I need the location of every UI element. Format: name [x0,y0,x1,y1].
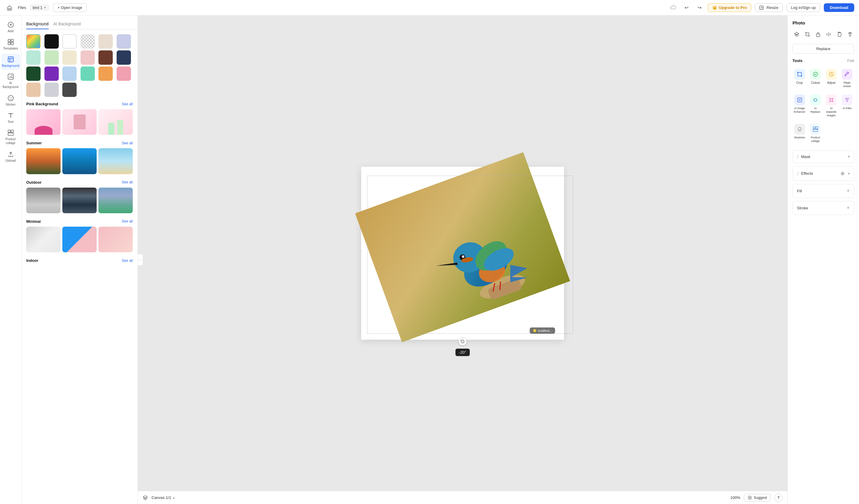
pink-thumb-3[interactable] [99,109,133,135]
color-swatch-dark-gray[interactable] [62,82,77,97]
login-button[interactable]: Log in/Sign up [786,3,820,12]
download-button[interactable]: Download [824,3,854,12]
mask-accordion-header[interactable]: ⧸ Mask ▾ [793,151,854,163]
color-swatch-mint[interactable] [26,50,41,65]
photo-action-icons [793,30,854,39]
tool-product-collage[interactable]: Product collage [808,121,822,145]
flip-icon[interactable] [824,30,833,39]
pink-thumb-1[interactable] [26,109,61,135]
mask-accordion-title: ⧸ Mask [797,154,810,159]
sidebar-item-text[interactable]: Text [1,110,20,126]
background-panel: Background AI Background [21,16,138,504]
bird-image-bg [355,152,570,342]
color-swatch-light-gray[interactable] [44,82,59,97]
sidebar-item-add[interactable]: Add [1,19,20,35]
files-label[interactable]: Files [18,5,26,10]
see-all-pink[interactable]: See all [122,102,133,106]
section-header-outdoor: Outdoor See all [26,180,133,185]
minimal-thumb-3[interactable] [99,227,133,252]
undo-button[interactable]: ↩ [681,3,691,13]
summer-thumb-2[interactable] [62,148,97,174]
replace-button[interactable]: Replace [793,44,854,54]
color-swatch-light-green[interactable] [44,50,59,65]
tool-crop[interactable]: Crop [793,66,807,90]
suggest-button[interactable]: Suggest [744,494,771,502]
tool-ai-expand[interactable]: AI expands images [824,92,839,120]
color-swatch-brown[interactable] [99,50,113,65]
tool-magic-eraser[interactable]: Magic eraser [840,66,854,90]
color-swatch-light-blue[interactable] [62,66,77,81]
minimal-thumb-1[interactable] [26,227,61,252]
sidebar-item-templates[interactable]: Templates [1,36,20,52]
tool-ai-filter[interactable]: AI Filter [840,92,854,120]
tab-background[interactable]: Background [26,19,49,29]
color-swatch-gradient[interactable] [26,34,41,49]
see-all-summer[interactable]: See all [122,141,133,145]
layers-button[interactable] [142,495,148,500]
tab-ai-background[interactable]: AI Background [54,19,81,29]
color-swatch-transparent[interactable] [80,34,95,49]
summer-thumb-3[interactable] [99,148,133,174]
fill-section[interactable]: Fill + [793,184,854,198]
svg-rect-4 [8,42,11,45]
tool-shadows[interactable]: Shadows [793,121,807,145]
home-button[interactable] [5,3,14,13]
effects-accordion-header[interactable]: ⧸ Effects ▾ [793,166,854,181]
color-swatch-orange[interactable] [99,66,113,81]
canvas-name[interactable]: Canvas 1/1 ▲ [151,495,175,500]
cloud-save-button[interactable] [668,3,678,13]
collapse-panel-button[interactable]: ‹ [138,254,143,266]
color-swatch-dark-green[interactable] [26,66,41,81]
see-all-outdoor[interactable]: See all [122,180,133,184]
color-swatch-teal[interactable] [80,66,95,81]
stroke-section[interactable]: Stroke + [793,201,854,215]
pink-thumb-2[interactable] [62,109,97,135]
sidebar-item-ai-background[interactable]: AI Background [1,71,20,91]
tool-ai-replace[interactable]: AI Replace [808,92,822,120]
delete-icon[interactable] [846,30,854,39]
sidebar-item-background[interactable]: Background [1,54,20,70]
color-swatch-white[interactable] [62,34,77,49]
help-button[interactable]: ? [774,493,783,502]
color-swatch-navy[interactable] [117,50,131,65]
svg-rect-32 [816,34,820,37]
canvas-viewport[interactable]: 🌟 insMind... -20° [138,16,787,491]
color-swatch-pink[interactable] [117,66,131,81]
outdoor-thumb-1[interactable] [26,187,61,213]
redo-button[interactable]: ↪ [695,3,704,13]
layers-icon[interactable] [793,30,801,39]
rotate-handle[interactable] [458,337,467,346]
sidebar-item-product-collage[interactable]: Product collage [1,127,20,147]
canvas-image-wrapper[interactable] [355,152,570,342]
color-swatch-lavender[interactable] [117,34,131,49]
color-swatch-light-pink[interactable] [80,50,95,65]
color-swatch-beige[interactable] [99,34,113,49]
tool-cutout[interactable]: Cutout [808,66,822,90]
svg-rect-39 [813,127,815,129]
svg-rect-41 [813,129,818,132]
open-image-button[interactable]: + Open Image [53,3,87,12]
color-swatch-purple[interactable] [44,66,59,81]
color-swatch-cream[interactable] [62,50,77,65]
see-all-minimal[interactable]: See all [122,219,133,223]
summer-thumb-1[interactable] [26,148,61,174]
fill-add-icon: + [846,188,850,194]
outdoor-thumb-2[interactable] [62,187,97,213]
tool-adjust[interactable]: Adjust [824,66,839,90]
crop-icon-header[interactable] [803,30,812,39]
see-all-indoor[interactable]: See all [122,259,133,263]
sidebar-item-upload[interactable]: Upload [1,149,20,165]
lock-icon[interactable] [814,30,822,39]
sidebar-item-sticker[interactable]: Sticker [1,92,20,109]
color-swatch-peach[interactable] [26,82,41,97]
fold-button[interactable]: Fold [847,59,854,63]
copy-icon[interactable] [835,30,843,39]
effects-settings-icon[interactable] [839,170,846,177]
tool-ai-enhancer[interactable]: AI Image Enhancer [793,92,807,120]
resize-button[interactable]: Resize [755,3,783,12]
minimal-thumb-2[interactable] [62,227,97,252]
upgrade-button[interactable]: 👑 Upgrade to Pro [708,3,751,12]
filename-selector[interactable]: bird 1 ▼ [30,4,49,11]
outdoor-thumb-3[interactable] [99,187,133,213]
color-swatch-black[interactable] [44,34,59,49]
